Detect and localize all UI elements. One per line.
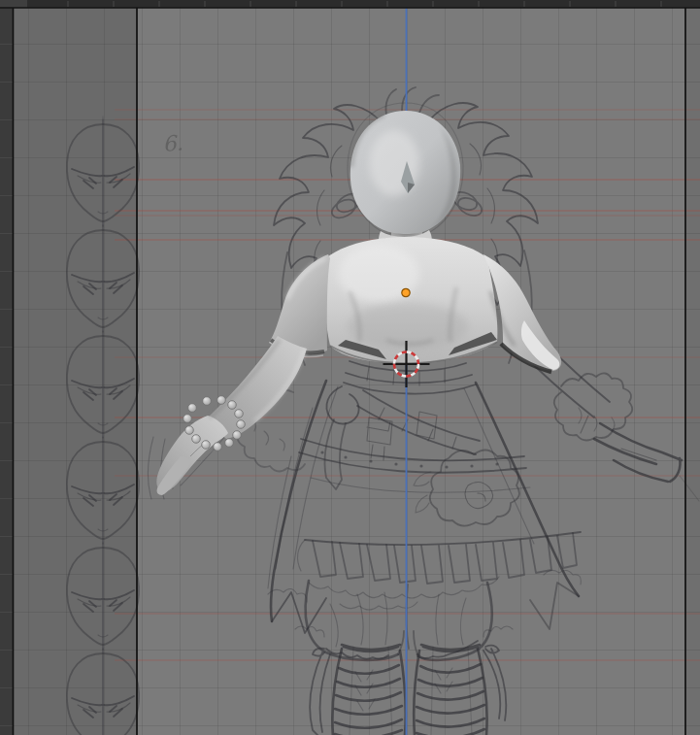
3d-viewport[interactable]: 6. — [0, 0, 700, 735]
object-origin[interactable] — [402, 288, 410, 296]
blender-window: 6. — [0, 0, 700, 735]
sketch-note: 6. — [162, 131, 184, 156]
side-rail — [0, 0, 14, 735]
viewport-grid — [13, 8, 700, 735]
top-bar — [0, 0, 700, 8]
